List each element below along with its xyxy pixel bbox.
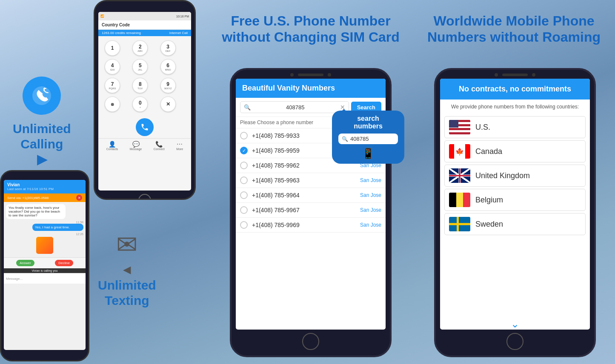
call-button[interactable] bbox=[136, 118, 154, 136]
country-row-ca[interactable]: 🍁 Canada bbox=[444, 140, 586, 162]
dialpad: 1 2ABC 3DEF 4GHI 5JKL 6MNO 7PQRS 8TUV 9W… bbox=[98, 36, 191, 116]
home-button[interactable] bbox=[138, 194, 151, 200]
phone-number-4: +1(408) 785-9963 bbox=[252, 177, 356, 184]
countries-home-btn[interactable] bbox=[506, 333, 523, 350]
radio-3[interactable] bbox=[240, 162, 248, 169]
unlimited-texting-label: UnlimitedTexting bbox=[98, 278, 156, 308]
credits-text: 1263.00 credits remaining bbox=[102, 31, 141, 35]
number-row-7[interactable]: +1(408) 785-9969 San Jose bbox=[236, 218, 386, 233]
bubble-container: search numbers 🔍 408785 📱 bbox=[332, 111, 404, 164]
received-message-1: You finally come back, how's your vacati… bbox=[6, 204, 66, 219]
dial-key-7[interactable]: 7PQRS bbox=[105, 78, 120, 93]
country-row-be[interactable]: Belgium bbox=[444, 189, 586, 211]
nav-message[interactable]: 💬 Message bbox=[130, 141, 142, 151]
location-4: San Jose bbox=[360, 177, 381, 183]
number-row-4[interactable]: +1(408) 785-9963 San Jose bbox=[236, 173, 386, 188]
middle-headline: Free U.S. Phone Number without Changing … bbox=[209, 13, 413, 46]
phone-countries-screen: No contracts, no commitments We provide … bbox=[440, 79, 590, 330]
radio-5[interactable] bbox=[240, 191, 248, 199]
texting-arrow: ◀ bbox=[98, 264, 156, 276]
countries-camera-dot bbox=[495, 73, 498, 77]
phone-number-7: +1(408) 785-9969 bbox=[252, 222, 356, 228]
country-name-us: U.S. bbox=[475, 123, 490, 132]
message-1-time: 11:58 bbox=[6, 221, 83, 224]
dial-key-clear[interactable]: ✕ bbox=[160, 97, 176, 112]
contact-name: Vivian bbox=[7, 182, 82, 187]
search-icon-small: 🔍 bbox=[244, 104, 251, 111]
search-value: 408785 bbox=[286, 104, 304, 111]
credits-bar: 1263.00 credits remaining Internet Call bbox=[98, 30, 191, 36]
unlimited-texting-block: ✉ ◀ UnlimitedTexting bbox=[98, 230, 156, 308]
last-seen: Last seen at 7/11/16 10:51 PM bbox=[7, 187, 82, 191]
right-top-text: Worldwide Mobile Phone Numbers without R… bbox=[413, 13, 615, 46]
dial-key-4[interactable]: 4GHI bbox=[105, 59, 120, 74]
bubble-input: 🔍 408785 bbox=[338, 134, 398, 144]
send-bar: Send via: +1(201)685-0588 ✕ bbox=[4, 193, 86, 202]
flag-us bbox=[449, 120, 470, 134]
nav-more-label: More bbox=[176, 148, 183, 151]
radio-6[interactable] bbox=[240, 206, 248, 214]
vanity-home-btn[interactable] bbox=[302, 333, 319, 350]
nav-connect[interactable]: 📞 Connect bbox=[154, 141, 165, 151]
country-row-se[interactable]: Sweden bbox=[444, 213, 586, 235]
dial-key-2[interactable]: 2ABC bbox=[132, 40, 148, 56]
dial-key-1[interactable]: 1 bbox=[105, 40, 120, 56]
country-row-us[interactable]: U.S. bbox=[444, 116, 586, 138]
chat-input[interactable]: Message... bbox=[4, 273, 86, 284]
dial-key-6[interactable]: 6MNO bbox=[160, 59, 176, 74]
send-via-text: Send via: +1(201)685-0588 bbox=[7, 196, 49, 200]
middle-headline-line2: without Changing SIM Card bbox=[209, 29, 413, 45]
phone-countries-body: No contracts, no commitments We provide … bbox=[434, 68, 596, 357]
status-bar: 📶 10:16 PM bbox=[98, 12, 191, 20]
country-row-uk[interactable]: United Kingdom bbox=[444, 165, 586, 187]
countries-camera-dot-2 bbox=[532, 73, 535, 77]
decline-button[interactable]: Decline bbox=[55, 260, 73, 266]
location-7: San Jose bbox=[360, 222, 381, 228]
middle-headline-line1: Free U.S. Phone Number bbox=[209, 13, 413, 29]
radio-7[interactable] bbox=[240, 221, 248, 229]
phone-countries: No contracts, no commitments We provide … bbox=[434, 68, 596, 357]
time-display: 10:16 PM bbox=[176, 15, 189, 18]
phone-dialer: 📶 10:16 PM Country Code 1263.00 credits … bbox=[94, 0, 196, 204]
nav-more[interactable]: ⋯ More bbox=[176, 141, 183, 151]
number-row-6[interactable]: +1(408) 785-9967 San Jose bbox=[236, 203, 386, 218]
camera-dot bbox=[290, 73, 294, 77]
unlimited-calling-block: Unlimited Calling ▶ bbox=[13, 77, 71, 167]
nav-connect-label: Connect bbox=[154, 148, 165, 151]
speaker bbox=[298, 74, 323, 76]
phone-nav: 👤 Contacts 💬 Message 📞 Connect ⋯ bbox=[98, 138, 191, 153]
dial-key-8[interactable]: 8TUV bbox=[132, 78, 148, 93]
close-send-bar[interactable]: ✕ bbox=[76, 195, 82, 201]
dial-key-5[interactable]: 5JKL bbox=[132, 59, 148, 74]
answer-button[interactable]: Answer bbox=[16, 260, 34, 266]
signal-indicator: 📶 bbox=[100, 14, 104, 18]
radio-2[interactable] bbox=[240, 147, 248, 154]
dial-key-9[interactable]: 9WXYZ bbox=[160, 78, 176, 93]
phone-number-5: +1(408) 785-9964 bbox=[252, 192, 356, 199]
phone-chat-screen: Vivian Last seen at 7/11/16 10:51 PM Sen… bbox=[4, 180, 86, 350]
bubble-label: search numbers bbox=[338, 115, 398, 130]
right-section: Worldwide Mobile Phone Numbers without R… bbox=[413, 0, 615, 364]
radio-1[interactable] bbox=[240, 132, 248, 139]
app-header: Country Code bbox=[98, 20, 191, 30]
dial-key-star[interactable]: ⏺ bbox=[105, 97, 120, 112]
nav-contacts[interactable]: 👤 Contacts bbox=[106, 141, 118, 151]
left-section: Unlimited Calling ▶ 📶 10:16 PM Country C… bbox=[0, 0, 209, 364]
bubble-search-icon: 🔍 bbox=[342, 136, 348, 142]
chevron-down-icon[interactable]: ⌄ bbox=[511, 318, 519, 330]
dial-key-3[interactable]: 3DEF bbox=[160, 40, 176, 56]
phone-vanity: Beautiful Vanity Numbers 🔍 408785 ✕ Sear… bbox=[230, 68, 392, 357]
radio-4[interactable] bbox=[240, 176, 248, 184]
vanity-header: Beautiful Vanity Numbers bbox=[236, 79, 386, 98]
unlimited-calling-label: Unlimited Calling bbox=[13, 121, 71, 152]
phone-icon bbox=[31, 85, 52, 106]
bubble-search-value: 408785 bbox=[350, 136, 369, 142]
chat-messages: You finally come back, how's your vacati… bbox=[4, 202, 86, 257]
calling-icon-circle bbox=[23, 77, 61, 115]
mail-icon: ✉ bbox=[98, 230, 156, 259]
countries-subtext: We provide phone numbers from the follow… bbox=[440, 100, 590, 114]
number-row-5[interactable]: +1(408) 785-9964 San Jose bbox=[236, 188, 386, 203]
country-name-uk: United Kingdom bbox=[475, 171, 530, 180]
dial-key-0[interactable]: 0+ bbox=[132, 97, 148, 112]
camera-dot-2 bbox=[328, 73, 331, 77]
